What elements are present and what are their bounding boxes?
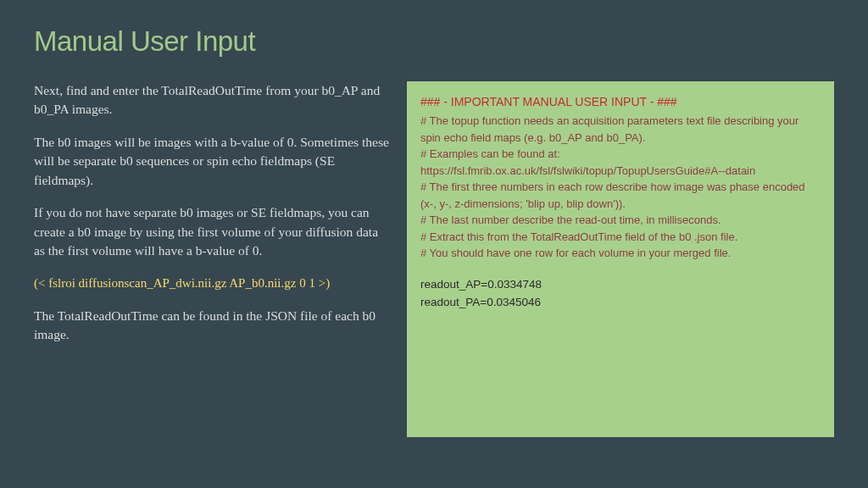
- paragraph-2: The b0 images will be images with a b-va…: [34, 133, 390, 190]
- banner-header: ### - IMPORTANT MANUAL USER INPUT - ###: [420, 93, 821, 111]
- paragraph-1: Next, find and enter the TotalReadOutTim…: [34, 81, 390, 119]
- comment-6: # Extract this from the TotalReadOutTime…: [420, 229, 821, 246]
- readout-ap: readout_AP=0.0334748: [420, 275, 821, 294]
- comment-url: https://fsl.fmrib.ox.ac.uk/fsl/fslwiki/t…: [420, 163, 821, 180]
- comment-4: # The first three numbers in each row de…: [420, 179, 821, 212]
- slide-title: Manual User Input: [34, 25, 834, 58]
- comment-1: # The topup function needs an acquisitio…: [420, 113, 821, 146]
- code-panel: ### - IMPORTANT MANUAL USER INPUT - ### …: [407, 81, 834, 437]
- command-line: (< fslroi diffusionscan_AP_dwi.nii.gz AP…: [34, 274, 390, 293]
- code-values: readout_AP=0.0334748 readout_PA=0.034504…: [420, 275, 821, 312]
- paragraph-3: If you do not have separate b0 images or…: [34, 203, 390, 260]
- left-column: Next, find and enter the TotalReadOutTim…: [34, 81, 390, 437]
- paragraph-4: The TotalReadOutTime can be found in the…: [34, 307, 390, 345]
- comment-2: # Examples can be found at:: [420, 146, 821, 163]
- comment-5: # The last number describe the read-out …: [420, 212, 821, 229]
- comment-7: # You should have one row for each volum…: [420, 245, 821, 262]
- content-area: Next, find and enter the TotalReadOutTim…: [34, 81, 834, 437]
- readout-pa: readout_PA=0.0345046: [420, 293, 821, 312]
